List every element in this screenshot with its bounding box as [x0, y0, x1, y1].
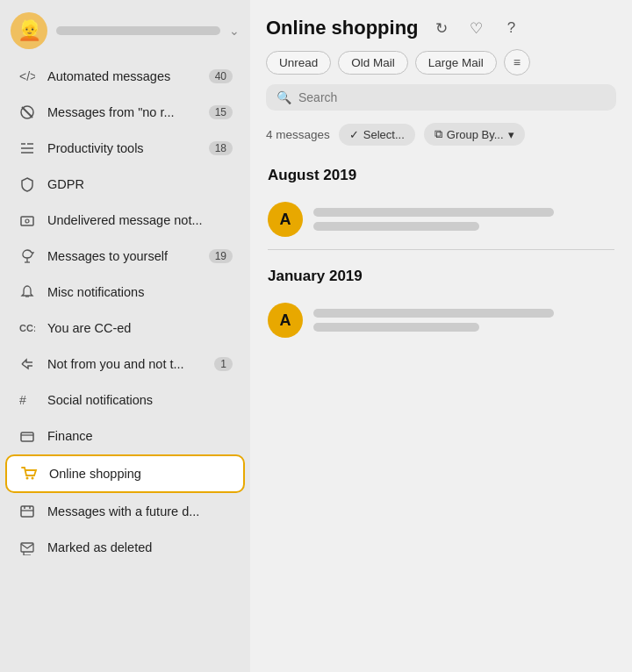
online-shopping-label: Online shopping	[49, 467, 231, 481]
sidebar-item-marked-deleted[interactable]: Marked as deleted	[5, 530, 245, 565]
main-panel: Online shopping ↻ ♡ ? Unread Old Mail La…	[250, 0, 632, 672]
email-content	[313, 208, 614, 231]
productivity-tools-badge: 18	[209, 141, 233, 155]
messages-from-no-reply-label: Messages from "no r...	[47, 105, 198, 119]
refresh-icon[interactable]: ↻	[429, 16, 454, 40]
chevron-icon: ▾	[508, 128, 514, 141]
messages-to-yourself-label: Messages to yourself	[47, 249, 198, 263]
toolbar: 4 messages ✓ Select... ⧉ Group By... ▾	[250, 119, 632, 154]
email-line-2	[313, 323, 479, 332]
search-input[interactable]	[298, 90, 606, 104]
select-button[interactable]: ✓ Select...	[339, 124, 415, 146]
gdpr-label: GDPR	[47, 177, 233, 191]
filter-more-icon[interactable]: ≡	[504, 49, 530, 75]
help-icon[interactable]: ?	[499, 16, 524, 40]
finance-label: Finance	[47, 429, 233, 443]
marked-deleted-label: Marked as deleted	[47, 540, 233, 554]
automated-messages-badge: 40	[209, 69, 233, 83]
select-label: Select...	[363, 128, 405, 141]
not-from-you-label: Not from you and not t...	[47, 357, 204, 371]
filter-bar: Unread Old Mail Large Mail ≡	[250, 49, 632, 84]
email-row-1-0[interactable]: A	[259, 294, 623, 347]
checkmark-icon: ✓	[349, 128, 359, 141]
social-notifications-label: Social notifications	[47, 393, 233, 407]
you-are-cc-ed-icon: CC:	[18, 318, 37, 338]
page-title: Online shopping	[266, 17, 419, 39]
sidebar-item-online-shopping[interactable]: Online shopping	[5, 454, 245, 493]
misc-notifications-icon	[18, 282, 37, 302]
sidebar-item-gdpr[interactable]: GDPR	[5, 167, 245, 202]
messages-future-label: Messages with a future d...	[47, 504, 233, 518]
messages-from-no-reply-badge: 15	[209, 105, 233, 119]
you-are-cc-ed-label: You are CC-ed	[47, 321, 233, 335]
message-count: 4 messages	[266, 128, 330, 141]
not-from-you-icon	[18, 354, 37, 374]
messages-to-yourself-badge: 19	[209, 249, 233, 263]
filter-unread[interactable]: Unread	[266, 51, 331, 75]
gdpr-icon	[18, 175, 37, 194]
sidebar-item-messages-future[interactable]: Messages with a future d...	[5, 494, 245, 529]
messages-to-yourself-icon	[18, 247, 37, 266]
svg-line-1	[22, 107, 32, 118]
group-by-button[interactable]: ⧉ Group By... ▾	[424, 123, 525, 146]
sidebar-item-productivity-tools[interactable]: Productivity tools18	[5, 131, 245, 166]
messages-future-icon	[18, 502, 37, 521]
email-row-0-0[interactable]: A	[259, 193, 623, 246]
sidebar-item-social-notifications[interactable]: #Social notifications	[5, 382, 245, 418]
chevron-down-icon[interactable]: ⌄	[229, 24, 240, 38]
sidebar-item-undelivered[interactable]: Undelivered message not...	[5, 203, 245, 238]
automated-messages-label: Automated messages	[47, 69, 198, 83]
sidebar-header: 👱 ⌄	[0, 0, 250, 58]
sidebar-item-messages-from-no-reply[interactable]: Messages from "no r...15	[5, 95, 245, 130]
messages-from-no-reply-icon	[18, 103, 37, 122]
svg-rect-18	[21, 506, 33, 517]
sidebar-item-you-are-cc-ed[interactable]: CC:You are CC-ed	[5, 311, 245, 346]
section-label-1: January 2019	[259, 255, 623, 294]
svg-point-17	[32, 477, 34, 480]
svg-rect-14	[21, 433, 33, 441]
layers-icon: ⧉	[434, 127, 442, 141]
svg-text:#: #	[19, 393, 26, 407]
email-line-1	[313, 309, 554, 318]
sidebar-item-misc-notifications[interactable]: Misc notifications	[5, 275, 245, 310]
heart-icon[interactable]: ♡	[464, 16, 489, 40]
section-divider	[268, 249, 614, 250]
sidebar-items-list: </>Automated messages40Messages from "no…	[0, 58, 250, 566]
social-notifications-icon: #	[18, 390, 37, 410]
avatar-name-bar	[56, 26, 220, 35]
svg-rect-22	[21, 543, 33, 552]
marked-deleted-icon	[18, 538, 37, 557]
search-icon: 🔍	[276, 90, 291, 104]
sidebar-item-messages-to-yourself[interactable]: Messages to yourself19	[5, 239, 245, 274]
undelivered-icon	[18, 211, 37, 230]
filter-large-mail[interactable]: Large Mail	[415, 51, 497, 75]
main-header: Online shopping ↻ ♡ ?	[250, 0, 632, 49]
sidebar-item-not-from-you[interactable]: Not from you and not t...1	[5, 347, 245, 382]
online-shopping-icon	[19, 464, 39, 483]
email-list: August 2019AJanuary 2019A	[250, 154, 632, 672]
group-by-label: Group By...	[447, 128, 504, 141]
finance-icon	[18, 426, 37, 446]
productivity-tools-icon	[18, 139, 37, 158]
filter-old-mail[interactable]: Old Mail	[338, 51, 408, 75]
productivity-tools-label: Productivity tools	[47, 141, 198, 155]
avatar[interactable]: 👱	[11, 12, 47, 49]
avatar-emoji: 👱	[18, 19, 41, 42]
sidebar: 👱 ⌄ </>Automated messages40Messages from…	[0, 0, 250, 672]
not-from-you-badge: 1	[214, 357, 233, 371]
misc-notifications-label: Misc notifications	[47, 285, 233, 299]
svg-text:</>: </>	[19, 69, 35, 83]
avatar: A	[268, 303, 303, 338]
svg-text:CC:: CC:	[19, 323, 35, 333]
undelivered-label: Undelivered message not...	[47, 213, 233, 227]
email-line-1	[313, 208, 554, 217]
sidebar-item-finance[interactable]: Finance	[5, 418, 245, 454]
sidebar-item-automated-messages[interactable]: </>Automated messages40	[5, 59, 245, 94]
email-content	[313, 309, 614, 332]
section-label-0: August 2019	[259, 154, 623, 193]
search-bar: 🔍	[266, 84, 616, 111]
svg-rect-7	[21, 217, 33, 225]
avatar: A	[268, 202, 303, 237]
automated-messages-icon: </>	[18, 67, 37, 86]
email-line-2	[313, 222, 479, 231]
